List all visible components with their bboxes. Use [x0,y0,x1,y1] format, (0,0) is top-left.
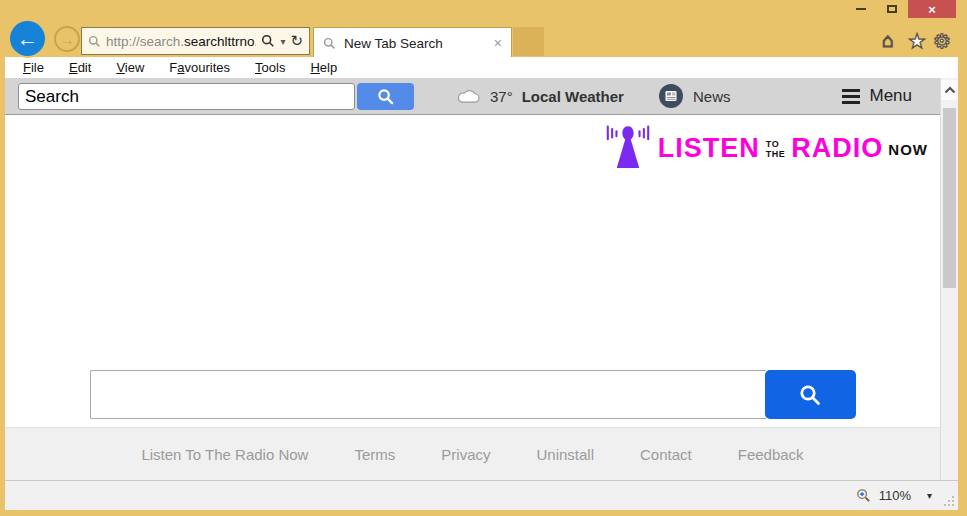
footer-link-feedback[interactable]: Feedback [738,446,804,463]
footer-link-listen-to-the-radio-now[interactable]: Listen To The Radio Now [141,446,308,463]
back-button[interactable]: ← [10,21,45,56]
zoom-control[interactable]: 110% ▾ [856,481,932,510]
logo-word-radio: RADIO [791,132,883,164]
zoom-level: 110% [879,488,911,503]
toolbar-menu-button[interactable]: Menu [842,78,912,114]
tab-title: New Tab Search [344,36,486,51]
menu-edit[interactable]: Edit [69,60,91,75]
logo-word-listen: LISTEN [658,132,760,164]
main-search-form [90,370,856,419]
favorites-star-icon[interactable]: ★ [908,29,926,53]
news-icon [658,83,684,109]
address-dropdown-icon[interactable]: ▾ [280,36,285,47]
main-search-input[interactable] [90,370,766,419]
zoom-dropdown-icon[interactable]: ▾ [927,490,932,501]
radio-tower-icon [602,122,654,174]
footer-link-contact[interactable]: Contact [640,446,692,463]
toolbar-search-button[interactable] [357,83,414,110]
footer-link-terms[interactable]: Terms [354,446,395,463]
maximize-icon [887,5,897,13]
url-text[interactable]: http://search.searchlttrno... [106,34,256,49]
menu-view[interactable]: View [116,60,144,75]
status-bar: 110% ▾ [5,480,958,510]
menu-help[interactable]: Help [310,60,337,75]
url-host: searchlttrno... [184,34,256,49]
weather-label: Local Weather [522,88,624,105]
resize-grip[interactable] [943,495,955,507]
browser-window: × ← → http://search.searchlttrno... ▾ ↻ … [0,0,967,516]
search-icon [377,88,394,105]
address-search-icon[interactable] [261,34,275,48]
menu-bar: File Edit View Favourites Tools Help [5,57,958,78]
logo-word-now: NOW [888,141,928,158]
page-content: LISTEN TO THE RADIO NOW [5,115,940,427]
extension-toolbar: 37° Local Weather News Menu [5,78,940,115]
menu-tools[interactable]: Tools [255,60,285,75]
scrollbar-thumb[interactable] [943,108,956,288]
cloud-icon [455,89,481,104]
forward-arrow-icon: → [60,31,75,48]
address-bar[interactable]: http://search.searchlttrno... ▾ ↻ [81,27,310,55]
minimize-button[interactable] [846,0,875,18]
scroll-up-button[interactable] [941,80,958,100]
zoom-in-icon [856,488,871,503]
weather-temperature: 37° [490,88,513,105]
settings-gear-icon[interactable]: ⚙ [933,29,951,53]
close-icon: × [928,2,936,17]
menu-favourites[interactable]: Favourites [169,60,230,75]
logo-word-to-the: TO THE [766,140,786,159]
news-widget[interactable]: News [658,78,731,114]
local-weather-widget[interactable]: 37° Local Weather [455,78,624,114]
url-prefix: http://search. [106,34,184,49]
search-icon [798,383,822,407]
chevron-up-icon [944,86,956,94]
toolbar-search-input[interactable] [18,83,355,110]
menu-file[interactable]: File [23,60,44,75]
back-arrow-icon: ← [17,27,38,51]
maximize-button[interactable] [877,0,906,18]
home-icon[interactable]: ⌂ [882,29,894,52]
hamburger-icon [842,89,860,104]
new-tab-button[interactable] [513,27,544,56]
menu-label: Menu [869,86,912,106]
refresh-icon[interactable]: ↻ [290,32,303,50]
news-label: News [693,88,731,105]
footer-links: Listen To The Radio Now Terms Privacy Un… [5,427,940,480]
forward-button[interactable]: → [54,26,80,52]
footer-link-uninstall[interactable]: Uninstall [536,446,594,463]
site-logo: LISTEN TO THE RADIO NOW [602,122,928,174]
vertical-scrollbar[interactable] [940,78,958,480]
footer-link-privacy[interactable]: Privacy [441,446,490,463]
tab-favicon-search-icon [323,37,336,50]
search-icon [88,35,101,48]
close-button[interactable]: × [908,0,956,18]
minimize-icon [856,8,866,10]
tab-new-tab-search[interactable]: New Tab Search × [313,27,512,58]
tab-close-icon[interactable]: × [494,35,502,51]
main-search-button[interactable] [765,370,856,419]
